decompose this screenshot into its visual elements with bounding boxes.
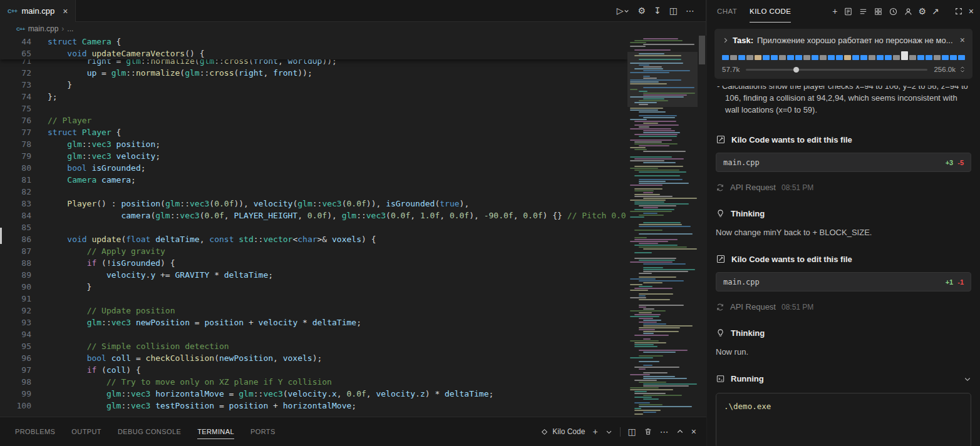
account-icon[interactable] xyxy=(904,7,913,16)
code-line[interactable]: 91 xyxy=(0,293,627,305)
minimap-line xyxy=(630,139,672,141)
code-line[interactable]: 81 Camera camera; xyxy=(0,174,627,186)
settings-gear-icon[interactable]: ⚙ xyxy=(919,7,927,16)
code-line[interactable]: 96 bool coll = checkCollision(newPositio… xyxy=(0,352,627,364)
minimap-line xyxy=(630,147,646,148)
panel-tab-ports[interactable]: PORTS xyxy=(250,425,276,438)
code-line[interactable]: 75 xyxy=(0,103,627,114)
code-line[interactable]: 72 up = glm::normalize(glm::cross(right,… xyxy=(0,67,627,79)
code-line[interactable]: 87 // Apply gravity xyxy=(0,245,627,257)
code-editor[interactable]: 71 right = glm::normalize(glm::cross(fro… xyxy=(0,36,706,417)
split-editor-icon[interactable]: ◫ xyxy=(669,6,678,15)
context-slider[interactable] xyxy=(746,69,927,71)
kilo-logo-icon xyxy=(540,428,549,436)
cpp-file-icon: C++ xyxy=(8,8,18,14)
minimap-line xyxy=(639,145,669,146)
panel-tab-output[interactable]: OUTPUT xyxy=(71,425,101,438)
command-block[interactable]: .\demo.exe xyxy=(716,393,971,446)
panel-tab-debug-console[interactable]: DEBUG CONSOLE xyxy=(118,425,181,438)
minimap-line xyxy=(634,194,660,195)
code-line[interactable]: 85 xyxy=(0,221,627,233)
breadcrumb[interactable]: C++ main.cpp › ... xyxy=(0,22,706,36)
code-line[interactable]: 78 glm::vec3 position; xyxy=(0,138,627,150)
code-line[interactable]: 90 } xyxy=(0,281,627,293)
expand-panel-icon[interactable] xyxy=(954,7,963,16)
close-task-icon[interactable]: × xyxy=(960,35,965,45)
run-button[interactable]: ▷ xyxy=(617,6,630,15)
sticky-scroll[interactable]: 44struct Camera {65 void updateCameraVec… xyxy=(0,36,627,59)
code-line[interactable]: 83 Player() : position(glm::vec3(0.0f)),… xyxy=(0,198,627,210)
minimap-line xyxy=(630,168,658,169)
new-terminal-icon[interactable]: + xyxy=(592,427,597,436)
code-line[interactable]: 89 velocity.y += GRAVITY * deltaTime; xyxy=(0,269,627,281)
minimap-line xyxy=(643,320,661,321)
code-line[interactable]: 100 glm::vec3 testPosition = position + … xyxy=(0,400,627,412)
code-line[interactable]: 84 camera(glm::vec3(0.0f, PLAYER_HEIGHT,… xyxy=(0,210,627,221)
breadcrumb-symbol[interactable]: ... xyxy=(67,24,73,33)
chevron-down-icon[interactable] xyxy=(964,375,971,383)
file-name[interactable]: main.cpp xyxy=(723,158,760,167)
minimap-line xyxy=(630,297,646,298)
scrollbar-thumb[interactable] xyxy=(699,36,705,64)
chevron-right-icon[interactable] xyxy=(722,37,729,44)
chevron-down-icon[interactable] xyxy=(960,69,965,73)
edit-file-header: Kilo Code wants to edit this file xyxy=(716,134,971,144)
minimap-line xyxy=(634,237,647,238)
terminal-profile[interactable]: Kilo Code xyxy=(540,427,585,436)
tab-chat[interactable]: CHAT xyxy=(717,0,737,23)
new-task-icon[interactable]: + xyxy=(832,7,837,16)
code-line[interactable]: 99 glm::vec3 horizontalMove = glm::vec3(… xyxy=(0,388,627,400)
more-actions-icon[interactable]: ⋯ xyxy=(660,427,669,436)
more-actions-icon[interactable]: ⋯ xyxy=(686,6,694,15)
code-line[interactable]: 76// Player xyxy=(0,114,627,126)
minimap-line xyxy=(639,205,676,206)
editor-scrollbar[interactable] xyxy=(698,36,706,417)
maximize-panel-icon[interactable] xyxy=(676,428,684,435)
tab-kilo-code[interactable]: KILO CODE xyxy=(750,0,791,23)
mcp-list-icon[interactable] xyxy=(859,7,868,16)
code-line[interactable]: 93 glm::vec3 newPosition = position + ve… xyxy=(0,317,627,328)
prompts-icon[interactable] xyxy=(843,7,853,16)
minimap-line xyxy=(639,233,693,235)
code-line[interactable]: 82 xyxy=(0,186,627,198)
minimap[interactable] xyxy=(627,36,698,417)
running-header[interactable]: Running xyxy=(716,374,971,383)
tab-close-icon[interactable]: × xyxy=(63,6,68,16)
code-line[interactable]: 92 // Update position xyxy=(0,305,627,317)
edited-file-row[interactable]: main.cpp +1 -1 xyxy=(716,272,971,291)
edited-file-row[interactable]: main.cpp +3 -5 xyxy=(716,153,971,172)
code-line[interactable]: 79 glm::vec3 velocity; xyxy=(0,150,627,162)
file-name[interactable]: main.cpp xyxy=(723,278,760,286)
slider-thumb[interactable] xyxy=(793,67,799,73)
code-line[interactable]: 77struct Player { xyxy=(0,126,627,138)
open-in-editor-icon[interactable]: ↗ xyxy=(932,7,939,16)
minimap-line xyxy=(639,273,652,274)
marketplace-icon[interactable] xyxy=(874,7,883,16)
code-line[interactable]: 88 if (!isGrounded) { xyxy=(0,257,627,269)
code-line[interactable]: 44struct Camera { xyxy=(0,36,627,48)
trash-icon[interactable] xyxy=(644,427,652,436)
breadcrumb-file[interactable]: main.cpp xyxy=(28,24,59,33)
code-line[interactable]: 94 xyxy=(0,328,627,340)
tab-main-cpp[interactable]: C++ main.cpp × xyxy=(0,0,76,22)
code-line[interactable]: 65 void updateCameraVectors() { xyxy=(0,48,627,59)
panel-tab-problems[interactable]: PROBLEMS xyxy=(15,425,55,438)
code-line[interactable]: 80 bool isGrounded; xyxy=(0,162,627,174)
code-line[interactable]: 86 void update(float deltaTime, const st… xyxy=(0,233,627,245)
split-terminal-icon[interactable]: ◫ xyxy=(628,427,636,436)
code-line[interactable]: 95 // Simple collision detection xyxy=(0,340,627,352)
history-icon[interactable] xyxy=(889,7,898,16)
code-line[interactable]: 74}; xyxy=(0,91,627,103)
chat-history[interactable]: - Calculations show the player checks x=… xyxy=(707,86,980,446)
chevron-down-icon[interactable] xyxy=(606,428,612,435)
code-line[interactable]: 73 } xyxy=(0,79,627,91)
cpp-file-icon: C++ xyxy=(16,26,25,32)
close-panel-icon[interactable]: × xyxy=(691,427,696,436)
code-line[interactable]: 97 if (coll) { xyxy=(0,364,627,376)
close-panel-icon[interactable]: × xyxy=(969,7,974,16)
settings-gear-icon[interactable]: ⚙ xyxy=(637,6,646,15)
code-line[interactable]: 98 // Try to move only on XZ plane if Y … xyxy=(0,376,627,388)
context-stepper[interactable] xyxy=(960,66,965,73)
panel-tab-terminal[interactable]: TERMINAL xyxy=(197,425,234,439)
download-icon[interactable]: ↧ xyxy=(654,6,661,15)
